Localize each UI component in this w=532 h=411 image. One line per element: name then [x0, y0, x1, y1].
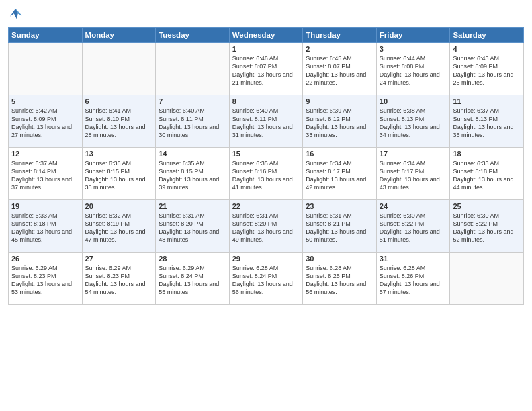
- day-info: Sunrise: 6:34 AM Sunset: 8:17 PM Dayligh…: [306, 159, 373, 192]
- day-info: Sunrise: 6:29 AM Sunset: 8:23 PM Dayligh…: [11, 264, 79, 297]
- calendar-cell: 3Sunrise: 6:44 AM Sunset: 8:08 PM Daylig…: [376, 43, 450, 95]
- weekday-header-saturday: Saturday: [450, 28, 524, 43]
- calendar-cell: 21Sunrise: 6:31 AM Sunset: 8:20 PM Dayli…: [156, 200, 230, 253]
- day-number: 10: [380, 97, 447, 105]
- day-info: Sunrise: 6:34 AM Sunset: 8:17 PM Dayligh…: [380, 159, 447, 192]
- day-info: Sunrise: 6:35 AM Sunset: 8:15 PM Dayligh…: [159, 159, 226, 192]
- calendar-cell: 5Sunrise: 6:42 AM Sunset: 8:09 PM Daylig…: [9, 95, 83, 148]
- calendar-table: SundayMondayTuesdayWednesdayThursdayFrid…: [8, 27, 524, 305]
- calendar-cell: [450, 253, 524, 305]
- day-info: Sunrise: 6:28 AM Sunset: 8:24 PM Dayligh…: [232, 264, 300, 297]
- day-number: 27: [85, 255, 153, 263]
- day-number: 28: [159, 255, 226, 263]
- calendar-cell: 29Sunrise: 6:28 AM Sunset: 8:24 PM Dayli…: [229, 253, 303, 305]
- day-number: 9: [306, 97, 373, 105]
- weekday-header-sunday: Sunday: [9, 28, 83, 43]
- calendar-cell: 4Sunrise: 6:43 AM Sunset: 8:09 PM Daylig…: [450, 43, 524, 95]
- calendar-cell: 31Sunrise: 6:28 AM Sunset: 8:26 PM Dayli…: [376, 253, 450, 305]
- calendar-week-1: 1Sunrise: 6:46 AM Sunset: 8:07 PM Daylig…: [9, 43, 524, 95]
- day-number: 23: [306, 202, 373, 210]
- calendar-cell: 20Sunrise: 6:32 AM Sunset: 8:19 PM Dayli…: [82, 200, 156, 253]
- calendar-cell: 2Sunrise: 6:45 AM Sunset: 8:07 PM Daylig…: [303, 43, 377, 95]
- logo-bird-icon: [8, 7, 23, 21]
- day-number: 20: [85, 202, 153, 210]
- calendar-cell: 18Sunrise: 6:33 AM Sunset: 8:18 PM Dayli…: [450, 148, 524, 200]
- day-info: Sunrise: 6:28 AM Sunset: 8:26 PM Dayligh…: [380, 264, 447, 297]
- day-info: Sunrise: 6:45 AM Sunset: 8:07 PM Dayligh…: [306, 54, 373, 87]
- day-number: 22: [232, 202, 300, 210]
- day-number: 8: [232, 97, 300, 105]
- calendar-cell: 26Sunrise: 6:29 AM Sunset: 8:23 PM Dayli…: [9, 253, 83, 305]
- weekday-header-friday: Friday: [376, 28, 450, 43]
- calendar-cell: 28Sunrise: 6:29 AM Sunset: 8:24 PM Dayli…: [156, 253, 230, 305]
- day-info: Sunrise: 6:31 AM Sunset: 8:20 PM Dayligh…: [159, 212, 226, 244]
- day-info: Sunrise: 6:30 AM Sunset: 8:22 PM Dayligh…: [453, 212, 521, 244]
- day-number: 14: [159, 150, 226, 158]
- day-info: Sunrise: 6:40 AM Sunset: 8:11 PM Dayligh…: [232, 107, 300, 140]
- day-number: 1: [232, 45, 300, 53]
- day-info: Sunrise: 6:39 AM Sunset: 8:12 PM Dayligh…: [306, 107, 373, 140]
- day-info: Sunrise: 6:44 AM Sunset: 8:08 PM Dayligh…: [380, 54, 447, 87]
- calendar-cell: 1Sunrise: 6:46 AM Sunset: 8:07 PM Daylig…: [229, 43, 303, 95]
- weekday-header-monday: Monday: [82, 28, 156, 43]
- day-info: Sunrise: 6:46 AM Sunset: 8:07 PM Dayligh…: [232, 54, 300, 87]
- day-info: Sunrise: 6:41 AM Sunset: 8:10 PM Dayligh…: [85, 107, 153, 140]
- day-info: Sunrise: 6:43 AM Sunset: 8:09 PM Dayligh…: [453, 54, 521, 87]
- calendar-cell: [82, 43, 156, 95]
- calendar-header-row: SundayMondayTuesdayWednesdayThursdayFrid…: [9, 28, 524, 43]
- calendar-cell: 23Sunrise: 6:31 AM Sunset: 8:21 PM Dayli…: [303, 200, 377, 253]
- calendar-cell: 8Sunrise: 6:40 AM Sunset: 8:11 PM Daylig…: [229, 95, 303, 148]
- calendar-cell: 16Sunrise: 6:34 AM Sunset: 8:17 PM Dayli…: [303, 148, 377, 200]
- calendar-cell: 30Sunrise: 6:28 AM Sunset: 8:25 PM Dayli…: [303, 253, 377, 305]
- calendar-cell: 25Sunrise: 6:30 AM Sunset: 8:22 PM Dayli…: [450, 200, 524, 253]
- calendar-cell: 6Sunrise: 6:41 AM Sunset: 8:10 PM Daylig…: [82, 95, 156, 148]
- calendar-cell: 11Sunrise: 6:37 AM Sunset: 8:13 PM Dayli…: [450, 95, 524, 148]
- day-number: 3: [380, 45, 447, 53]
- day-info: Sunrise: 6:35 AM Sunset: 8:16 PM Dayligh…: [232, 159, 300, 192]
- day-number: 29: [232, 255, 300, 263]
- calendar-cell: 12Sunrise: 6:37 AM Sunset: 8:14 PM Dayli…: [9, 148, 83, 200]
- calendar-cell: 17Sunrise: 6:34 AM Sunset: 8:17 PM Dayli…: [376, 148, 450, 200]
- day-info: Sunrise: 6:29 AM Sunset: 8:24 PM Dayligh…: [159, 264, 226, 297]
- calendar-cell: 13Sunrise: 6:36 AM Sunset: 8:15 PM Dayli…: [82, 148, 156, 200]
- day-number: 16: [306, 150, 373, 158]
- calendar-cell: 24Sunrise: 6:30 AM Sunset: 8:22 PM Dayli…: [376, 200, 450, 253]
- day-number: 2: [306, 45, 373, 53]
- day-number: 15: [232, 150, 300, 158]
- calendar-cell: 15Sunrise: 6:35 AM Sunset: 8:16 PM Dayli…: [229, 148, 303, 200]
- day-info: Sunrise: 6:29 AM Sunset: 8:23 PM Dayligh…: [85, 264, 153, 297]
- day-number: 12: [11, 150, 79, 158]
- weekday-header-wednesday: Wednesday: [229, 28, 303, 43]
- day-info: Sunrise: 6:40 AM Sunset: 8:11 PM Dayligh…: [159, 107, 226, 140]
- day-number: 19: [11, 202, 79, 210]
- calendar-cell: 10Sunrise: 6:38 AM Sunset: 8:13 PM Dayli…: [376, 95, 450, 148]
- calendar-week-3: 12Sunrise: 6:37 AM Sunset: 8:14 PM Dayli…: [9, 148, 524, 200]
- day-number: 31: [380, 255, 447, 263]
- day-number: 4: [453, 45, 521, 53]
- day-number: 17: [380, 150, 447, 158]
- day-number: 5: [11, 97, 79, 105]
- calendar-cell: 19Sunrise: 6:33 AM Sunset: 8:18 PM Dayli…: [9, 200, 83, 253]
- calendar-cell: 14Sunrise: 6:35 AM Sunset: 8:15 PM Dayli…: [156, 148, 230, 200]
- day-info: Sunrise: 6:33 AM Sunset: 8:18 PM Dayligh…: [11, 212, 79, 244]
- day-number: 26: [11, 255, 79, 263]
- day-info: Sunrise: 6:36 AM Sunset: 8:15 PM Dayligh…: [85, 159, 153, 192]
- day-number: 25: [453, 202, 521, 210]
- day-number: 30: [306, 255, 373, 263]
- page: SundayMondayTuesdayWednesdayThursdayFrid…: [0, 0, 532, 411]
- calendar-cell: 22Sunrise: 6:31 AM Sunset: 8:20 PM Dayli…: [229, 200, 303, 253]
- calendar-week-2: 5Sunrise: 6:42 AM Sunset: 8:09 PM Daylig…: [9, 95, 524, 148]
- calendar-cell: 9Sunrise: 6:39 AM Sunset: 8:12 PM Daylig…: [303, 95, 377, 148]
- day-number: 24: [380, 202, 447, 210]
- calendar-cell: [156, 43, 230, 95]
- calendar-cell: 27Sunrise: 6:29 AM Sunset: 8:23 PM Dayli…: [82, 253, 156, 305]
- calendar-week-4: 19Sunrise: 6:33 AM Sunset: 8:18 PM Dayli…: [9, 200, 524, 253]
- day-number: 7: [159, 97, 226, 105]
- day-info: Sunrise: 6:31 AM Sunset: 8:21 PM Dayligh…: [306, 212, 373, 244]
- day-info: Sunrise: 6:32 AM Sunset: 8:19 PM Dayligh…: [85, 212, 153, 244]
- weekday-header-thursday: Thursday: [303, 28, 377, 43]
- calendar-week-5: 26Sunrise: 6:29 AM Sunset: 8:23 PM Dayli…: [9, 253, 524, 305]
- day-info: Sunrise: 6:28 AM Sunset: 8:25 PM Dayligh…: [306, 264, 373, 297]
- day-info: Sunrise: 6:33 AM Sunset: 8:18 PM Dayligh…: [453, 159, 521, 192]
- day-info: Sunrise: 6:37 AM Sunset: 8:14 PM Dayligh…: [11, 159, 79, 192]
